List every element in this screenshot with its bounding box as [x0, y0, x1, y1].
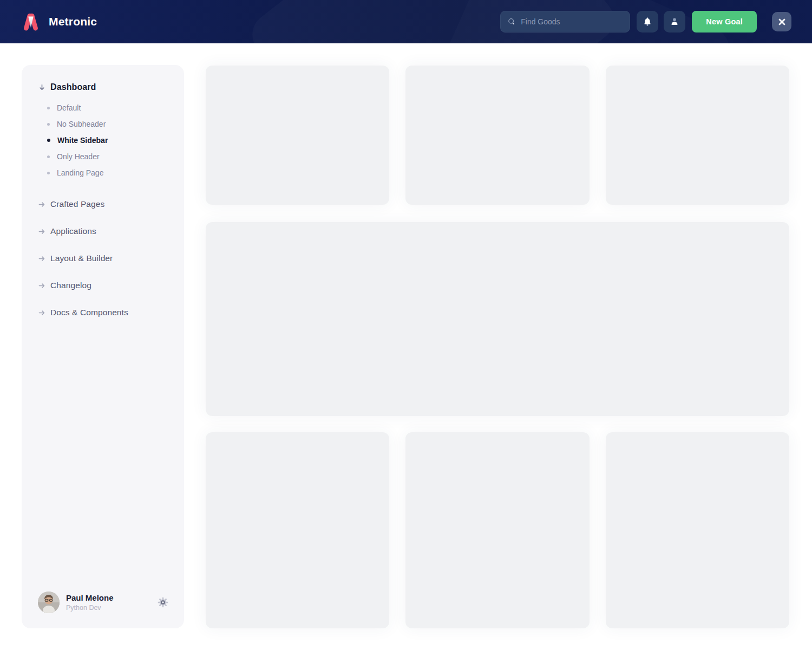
gear-icon: [158, 597, 168, 608]
sidebar-nav: Dashboard Default No Subheader White Sid…: [22, 65, 184, 326]
placeholder-card-wide: [206, 222, 789, 416]
arrow-right-icon: [38, 309, 46, 317]
bullet-icon: [47, 123, 50, 126]
sidebar-subitem-no-subheader[interactable]: No Subheader: [38, 116, 184, 132]
placeholder-card: [405, 432, 589, 628]
new-goal-button[interactable]: New Goal: [692, 11, 757, 32]
bottom-card-row: [206, 432, 789, 628]
sidebar-item-crafted-pages[interactable]: Crafted Pages: [38, 191, 184, 218]
sidebar-item-layout-builder[interactable]: Layout & Builder: [38, 245, 184, 272]
arrow-down-icon: [38, 83, 46, 92]
sidebar-item-dashboard[interactable]: Dashboard: [38, 80, 184, 94]
user-name: Paul Melone: [66, 593, 149, 603]
sidebar-subitem-landing-page[interactable]: Landing Page: [38, 165, 184, 181]
content-area: [206, 66, 789, 628]
brand-name: Metronic: [49, 15, 97, 28]
arrow-right-icon: [38, 282, 46, 290]
settings-button[interactable]: [156, 595, 170, 609]
brand[interactable]: Metronic: [21, 11, 97, 32]
close-icon: [778, 18, 786, 26]
arrow-right-icon: [38, 255, 46, 263]
user-role: Python Dev: [66, 604, 149, 612]
search-input[interactable]: [521, 17, 623, 26]
placeholder-card: [206, 432, 389, 628]
avatar: [38, 592, 60, 613]
user-profile[interactable]: Paul Melone Python Dev: [38, 592, 170, 613]
sidebar-subitem-default[interactable]: Default: [38, 100, 184, 116]
top-card-row: [206, 66, 789, 205]
bullet-icon: [47, 107, 50, 109]
search-icon: [507, 17, 516, 27]
account-button[interactable]: [664, 11, 685, 32]
person-icon: [669, 16, 680, 27]
metronic-logo-icon: [21, 11, 41, 32]
dashboard-submenu: Default No Subheader White Sidebar Only …: [38, 100, 184, 181]
arrow-right-icon: [38, 200, 46, 209]
bullet-icon: [47, 172, 50, 174]
sidebar-subitem-white-sidebar[interactable]: White Sidebar: [38, 132, 184, 148]
notifications-button[interactable]: [637, 11, 658, 32]
sidebar-item-applications[interactable]: Applications: [38, 218, 184, 245]
sidebar-subitem-only-header[interactable]: Only Header: [38, 148, 184, 165]
close-button[interactable]: [772, 12, 791, 31]
sidebar-item-label: Dashboard: [50, 82, 96, 92]
placeholder-card: [206, 66, 389, 205]
bullet-icon: [47, 155, 50, 158]
placeholder-card: [606, 66, 789, 205]
top-header: Metronic New Goal: [0, 0, 812, 43]
bell-icon: [642, 16, 653, 27]
sidebar-item-docs-components[interactable]: Docs & Components: [38, 299, 184, 326]
sidebar: Dashboard Default No Subheader White Sid…: [22, 65, 184, 628]
placeholder-card: [606, 432, 789, 628]
user-meta: Paul Melone Python Dev: [66, 593, 149, 612]
search-box[interactable]: [500, 11, 630, 32]
arrow-right-icon: [38, 227, 46, 236]
sidebar-item-changelog[interactable]: Changelog: [38, 272, 184, 299]
bullet-icon: [47, 139, 50, 142]
placeholder-card: [405, 66, 589, 205]
